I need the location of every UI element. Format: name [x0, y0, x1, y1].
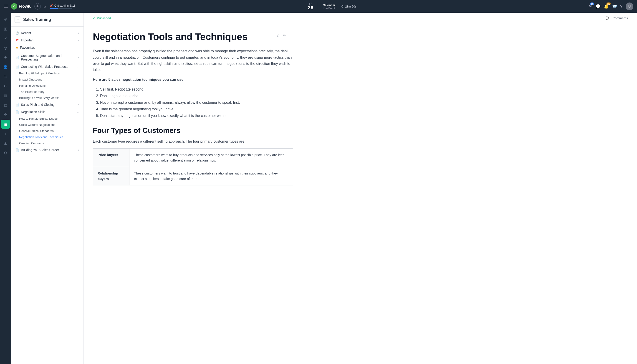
table-row: Price buyers These customers want to buy…: [93, 148, 293, 167]
sidebar-item-favourites[interactable]: ★ Favourites: [11, 44, 84, 51]
sidebar-item-sales-pitch[interactable]: 📄 Sales Pitch and Closing ›: [11, 101, 84, 108]
sidebar-sub-contracts[interactable]: Creating Contracts: [11, 140, 84, 146]
topbar-left: Flowlu + ⌕ 🚀 Onboarding 5/13: [4, 3, 75, 10]
sidebar-item-automation[interactable]: ⟳: [1, 82, 10, 90]
sidebar-sub-ethical-issues[interactable]: How to Handle Ethical Issues: [11, 116, 84, 122]
customer-type-1: Price buyers: [93, 148, 130, 167]
customer-seg-icon: 📄: [16, 56, 19, 60]
sidebar-item-products[interactable]: ◻: [1, 100, 10, 110]
bell-button[interactable]: 🔔 21: [604, 4, 609, 9]
building-career-chevron-icon: ›: [78, 148, 79, 151]
topbar-center: Fri 26 Calendar New Event ⏱ 28m 20s: [79, 2, 585, 10]
onboarding-progress: 5/13: [70, 4, 75, 7]
technique-2: Don't negotiate on price.: [100, 93, 293, 100]
add-button[interactable]: +: [34, 3, 41, 10]
recent-chevron-icon: ›: [78, 32, 79, 34]
sidebar-sub-running[interactable]: Running High-Impact Meetings: [11, 70, 84, 76]
mail-button[interactable]: ✉ 10: [589, 4, 592, 9]
content-sidebar: ← Sales Training 🕐 Recent › 🚩 Important …: [11, 13, 84, 364]
important-icon: 🚩: [16, 39, 19, 42]
important-label: Important: [21, 38, 34, 42]
sidebar-sub-handling[interactable]: Handling Objections: [11, 82, 84, 89]
techniques-list: Sell first. Negotiate second. Don't nego…: [100, 86, 293, 119]
table-row: Relationship buyers These customers want…: [93, 167, 293, 185]
customer-seg-label: Customer Segmentation and Prospecting: [21, 54, 78, 61]
sidebar-item-crm[interactable]: ◎: [1, 43, 10, 52]
sidebar-item-contacts[interactable]: 👤: [1, 62, 10, 72]
sidebar-item-deals[interactable]: ◈: [1, 53, 10, 62]
sidebar-item-analytics[interactable]: ◉: [1, 139, 10, 148]
timer-value: 28m 20s: [345, 5, 356, 8]
sidebar-item-knowledge[interactable]: ❒: [1, 72, 10, 81]
article-edit-icon[interactable]: ✏: [283, 33, 286, 38]
article-star-icon[interactable]: ☆: [276, 33, 280, 38]
onboarding-progress-bar: [50, 8, 72, 9]
topbar-right: ✉ 10 💬 🔔 21 📨 ? U: [589, 2, 633, 10]
sidebar-sub-impact[interactable]: Impact Questions: [11, 76, 84, 82]
sales-pitch-chevron-icon: ›: [78, 103, 79, 106]
sidebar-item-recent[interactable]: 🕐 Recent ›: [11, 29, 84, 37]
negotiation-skills-icon: 📄: [16, 110, 19, 114]
published-label: Published: [97, 16, 111, 20]
customer-seg-chevron-icon: ›: [78, 56, 79, 59]
sidebar-nav-section: 🕐 Recent › 🚩 Important › ★ Favourites: [11, 28, 84, 52]
main-content: ✓ Published 💬 Comments Negotiation Tools…: [84, 13, 637, 364]
chat-button[interactable]: 💬: [596, 4, 600, 9]
main-layout: ⊙ ◫ ✓ ◎ ◈ 👤 ❒ ⟳ ▦ ◻ ⚙ ◼ ↑ ◉ ⚙ ← Sales Tr…: [0, 13, 637, 364]
date-block: Fri 26: [308, 2, 317, 10]
sidebar-item-apps[interactable]: ◼: [1, 120, 10, 129]
article-title: Negotiation Tools and Techniques: [93, 31, 276, 42]
techniques-heading: Here are 5 sales negotiation techniques …: [93, 76, 293, 82]
sidebar-item-reports[interactable]: ▦: [1, 91, 10, 100]
comments-icon: 💬: [605, 16, 609, 20]
hamburger-icon[interactable]: [4, 5, 8, 8]
sidebar-item-connecting[interactable]: 📄 Connecting With Sales Prospects ⌄: [11, 63, 84, 70]
onboarding-icon: 🚀: [50, 4, 53, 7]
connecting-icon: 📄: [16, 65, 19, 68]
content-actions: 💬 Comments: [605, 16, 628, 20]
sidebar-item-customer-seg[interactable]: 📄 Customer Segmentation and Prospecting …: [11, 52, 84, 63]
published-check-icon: ✓: [93, 16, 96, 20]
sidebar-item-share[interactable]: ↑: [1, 129, 10, 138]
recent-icon: 🕐: [16, 32, 19, 35]
onboarding-progress-fill: [50, 8, 58, 9]
sidebar-item-important[interactable]: 🚩 Important ›: [11, 37, 84, 44]
connecting-label: Connecting With Sales Prospects: [21, 65, 68, 68]
logo-shield-icon: [11, 3, 17, 10]
technique-4: Time is the greatest negotiating tool yo…: [100, 106, 293, 112]
article-icon-actions: ☆ ✏ ⋮: [276, 33, 293, 38]
back-button[interactable]: ←: [14, 16, 21, 23]
favourites-label: Favourites: [20, 46, 35, 49]
logo-name: Flowlu: [19, 4, 32, 9]
important-chevron-icon: ›: [78, 39, 79, 42]
message-button[interactable]: 📨: [612, 4, 617, 9]
sidebar-item-building-career[interactable]: 📄 Building Your Sales Career ›: [11, 146, 84, 154]
technique-5: Don't start any negotiation until you kn…: [100, 112, 293, 119]
sidebar-sub-cross-cultural[interactable]: Cross-Cultural Negotiations: [11, 122, 84, 128]
sidebar-sub-building-matrix[interactable]: Building Out Your Story Matrix: [11, 95, 84, 101]
article-more-icon[interactable]: ⋮: [289, 33, 293, 38]
sidebar-item-projects[interactable]: ◫: [1, 24, 10, 33]
sidebar-item-settings[interactable]: ⚙: [1, 148, 10, 158]
comments-label[interactable]: Comments: [612, 16, 628, 20]
logo-area: Flowlu: [11, 3, 32, 10]
avatar[interactable]: U: [626, 2, 633, 10]
onboarding-area: 🚀 Onboarding 5/13: [50, 4, 75, 9]
sidebar-item-tasks[interactable]: ✓: [1, 34, 10, 43]
sidebar-sub-general-ethical[interactable]: General Ethical Standards: [11, 128, 84, 134]
customer-types-table: Price buyers These customers want to buy…: [93, 148, 293, 186]
sidebar-sub-power[interactable]: The Power of Story: [11, 89, 84, 95]
sidebar-sub-negotiation-tools[interactable]: Negotiation Tools and Techniques: [11, 134, 84, 140]
favourites-star-icon: ★: [16, 46, 18, 49]
published-badge: ✓ Published: [93, 16, 111, 20]
sidebar-item-integrations[interactable]: ⚙: [1, 110, 10, 119]
calendar-block[interactable]: Calendar New Event: [323, 4, 336, 10]
recent-label: Recent: [21, 31, 31, 35]
search-button[interactable]: ⌕: [44, 4, 46, 9]
content-topbar: ✓ Published 💬 Comments: [84, 13, 637, 24]
calendar-sub: New Event: [323, 7, 336, 10]
sidebar-item-home[interactable]: ⊙: [1, 14, 10, 24]
sidebar-item-negotiation-skills[interactable]: 📄 Negotiation Skills ⌄: [11, 108, 84, 116]
negotiation-skills-chevron-icon: ⌄: [77, 110, 79, 114]
help-button[interactable]: ?: [620, 4, 622, 9]
